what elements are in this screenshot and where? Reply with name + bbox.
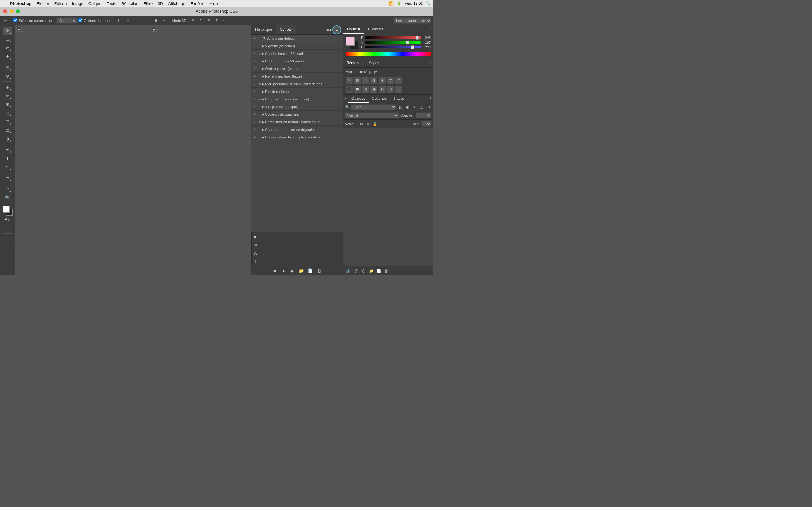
menu-selection[interactable]: Sélection [119,1,141,7]
tab-scripts[interactable]: Scripts [276,25,296,34]
layer-select[interactable]: Calque [56,17,77,24]
script-item-5[interactable]: ✓ ▭ ▶ RVB personnalisé en niveaux de gri… [251,80,343,88]
new-group-btn[interactable]: 📁 [368,268,374,274]
apple-menu[interactable]:  [3,1,4,6]
history-brush-tool[interactable]: ⊟ [3,109,12,117]
play-btn[interactable]: ▶ [289,268,296,274]
panel-play-btn[interactable]: ▶ [252,233,259,240]
healing-brush-tool[interactable]: ⊕ [3,83,12,91]
maximize-button[interactable] [16,9,20,13]
foreground-color-swatch[interactable] [3,206,9,213]
r-slider[interactable] [365,37,420,39]
blending-mode-select[interactable]: Normal [345,112,399,118]
calques-panel-close-btn[interactable]: ✕ [344,97,347,101]
menu-aide[interactable]: Aide [207,1,220,7]
workspace-select[interactable]: Les indispensables [393,17,432,24]
brush-tool[interactable]: ✏ [3,92,12,100]
script-item-8[interactable]: ✓ ▶ Virage sépia (calque) [251,103,343,111]
script-item-12[interactable]: ✓ ▭ ▶ Configuration de la duplication du… [251,133,343,141]
stop-btn[interactable]: ■ [271,268,278,274]
lock-all-btn[interactable]: 🔒 [372,121,378,127]
screen-mode-btn[interactable]: ▭ [3,235,12,243]
3d-mode-btn-3[interactable]: ⟲ [206,17,212,24]
levels-btn[interactable]: ▦ [354,77,361,83]
b-slider[interactable] [365,46,420,49]
tab-historique[interactable]: Historique [251,25,276,34]
tab-traces[interactable]: Tracés [390,95,408,103]
menu-affichage[interactable]: Affichage [165,1,188,7]
hand-tool[interactable]: ☽ [3,185,12,193]
script-item-2[interactable]: ✓ ▶ Cadre en bois - 50 pixels [251,57,343,65]
new-action-btn[interactable]: 📄 [307,268,313,274]
lasso-tool[interactable]: ⊂ [3,44,12,52]
curves-btn[interactable]: ∿ [362,77,369,83]
filter-pixel-btn[interactable]: 🖼 [398,104,403,110]
script-item-11[interactable]: ✓ ▶ Courbe de transfert de dégradé [251,126,343,133]
collapse-left-btn[interactable]: ◀ [16,26,21,32]
delete-layer-btn[interactable]: 🗑 [383,268,390,274]
selection-tool[interactable]: ▭ [3,35,12,43]
lock-position-btn[interactable]: ✏ [365,121,371,127]
move-tool[interactable]: ✛ [3,26,12,35]
minimize-button[interactable] [9,9,14,13]
brightness-btn[interactable]: ☀ [346,77,353,83]
color-swap-icons[interactable]: ⇄ ◰ [4,217,10,221]
script-item-0[interactable]: ✓ ▶ Vignette (sélection) [251,42,343,50]
menu-fichier[interactable]: Fichier [34,1,52,7]
invert-btn[interactable]: ⊡ [379,86,386,93]
panel-menu-btn[interactable]: ≡ [333,25,341,34]
record-btn[interactable]: ● [281,268,287,274]
color-swatches[interactable] [3,206,13,216]
delete-btn[interactable]: 🗑 [316,268,322,274]
menu-filtre[interactable]: Filtre [141,1,155,7]
colorbalance-btn[interactable]: ⊕ [395,77,402,83]
tab-couleur[interactable]: Couleur [343,25,364,34]
tab-nuancier[interactable]: Nuancier [364,25,387,34]
add-style-btn[interactable]: ƒ [353,268,359,274]
eyedropper-tool[interactable]: ⊘ [3,72,12,80]
dodge-tool[interactable]: ◑ [3,134,12,143]
reglages-menu-btn[interactable]: ≡ [428,59,433,67]
menu-3d[interactable]: 3D [155,1,165,7]
scripts-header-row[interactable]: ✓ ▭ ▼ Scripts par défaut [251,35,343,42]
calques-menu-btn[interactable]: ≡ [428,95,433,103]
tab-reglages[interactable]: Réglages [343,59,366,67]
default-colors-icon[interactable]: ◰ [8,217,10,221]
filter-text-btn[interactable]: T [412,104,417,110]
align-center-btn[interactable]: ⊣ [124,17,131,24]
fond-select[interactable] [422,121,432,127]
vibrance-btn[interactable]: ◈ [379,77,386,83]
magic-wand-tool[interactable]: ✦ [3,52,12,60]
auto-selection-input[interactable] [13,18,17,22]
gradient-tool[interactable]: ▤ [3,126,12,134]
distribute-left-btn[interactable]: ⊢ [144,17,151,24]
add-mask-btn[interactable]: ⬡ [360,268,367,274]
menu-photoshop[interactable]: Photoshop [8,1,34,7]
eraser-tool[interactable]: ◻ [3,117,12,125]
fg-color-swatch[interactable] [346,37,355,46]
color-spectrum-bar[interactable] [346,52,431,56]
opacity-select[interactable] [415,112,432,118]
zoom-tool[interactable]: 🔍 [3,193,12,202]
filter-smart-btn[interactable]: ⊕ [426,104,432,110]
script-item-9[interactable]: ✓ ▶ Couleurs du quadrant [251,111,343,118]
script-item-4[interactable]: ✓ ▶ Reflet dans l'eau (texte) [251,72,343,80]
panel-expand-btn[interactable]: ◀◀ [326,27,331,32]
calques-filter-select[interactable]: Type [351,104,397,110]
pen-tool[interactable]: ✒ [3,146,12,154]
filter-shape-btn[interactable]: △ [419,104,424,110]
bw-btn[interactable]: ⬛ [346,86,353,93]
filter-adjust-btn[interactable]: ◐ [405,104,410,110]
menu-image[interactable]: Image [69,1,86,7]
path-selection-tool[interactable]: ↖ [3,163,12,171]
clone-tool[interactable]: ⊞ [3,100,12,108]
crop-tool[interactable]: ⊡ [3,63,12,72]
tab-couches[interactable]: Couches [368,95,390,103]
3d-mode-btn-4[interactable]: ⇕ [213,17,220,24]
move-tool-btn[interactable]: ⊹ [2,17,9,24]
distribute-center-btn[interactable]: ⊕ [153,17,159,24]
script-item-7[interactable]: ✓ ▭ ▶ Créer un masque (sélection) [251,95,343,103]
tab-styles[interactable]: Styles [366,59,383,67]
menu-texte[interactable]: Texte [104,1,119,7]
text-tool[interactable]: T [3,154,12,162]
